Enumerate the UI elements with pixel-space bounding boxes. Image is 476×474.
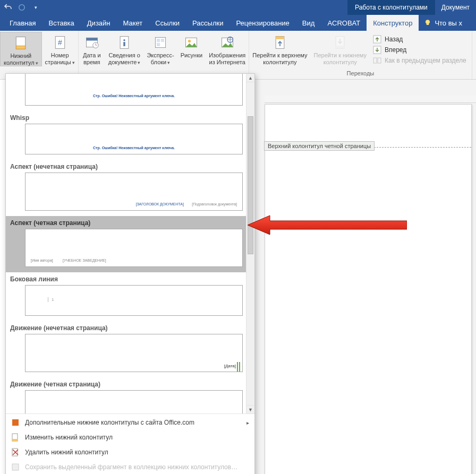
gallery-item[interactable]: Whisp Стр. Ошибка! Неизвестный аргумент … bbox=[6, 111, 254, 160]
quick-parts-icon bbox=[152, 34, 169, 51]
tab-review[interactable]: Рецензирование bbox=[230, 15, 295, 31]
online-pictures-button[interactable]: Изображения из Интернета bbox=[206, 32, 249, 65]
svg-rect-27 bbox=[12, 419, 19, 426]
picture-icon bbox=[183, 34, 200, 51]
edit-icon bbox=[11, 433, 20, 442]
svg-rect-10 bbox=[123, 42, 125, 46]
titlebar: ▾ Работа с колонтитулами Документ bbox=[0, 0, 476, 15]
gallery-edit-footer[interactable]: Изменить нижний колонтитул bbox=[6, 430, 254, 445]
goto-footer-button: Перейти к нижнему колонтитулу bbox=[311, 32, 370, 65]
contextual-tab-header: Работа с колонтитулами bbox=[347, 0, 435, 15]
gallery-item[interactable]: Движение (нечетная страница) [Дата] bbox=[6, 321, 254, 377]
scroll-down-icon[interactable]: ▼ bbox=[246, 405, 254, 413]
prev-icon bbox=[373, 35, 381, 44]
gallery-item-selected[interactable]: Аспект (четная страница) [Имя автора] [У… bbox=[6, 216, 254, 272]
quick-access-toolbar: ▾ bbox=[0, 3, 40, 12]
calendar-icon bbox=[83, 34, 100, 51]
tab-design[interactable]: Дизайн bbox=[81, 15, 117, 31]
svg-point-0 bbox=[19, 5, 25, 11]
ribbon: Нижний колонтитул # Номер страницы Дата … bbox=[0, 31, 476, 80]
online-picture-icon bbox=[219, 34, 236, 51]
gallery-scroll-area: Стр. Ошибка! Неизвестный аргумент ключа.… bbox=[6, 74, 254, 413]
save-icon bbox=[11, 463, 20, 471]
tab-references[interactable]: Ссылки bbox=[149, 15, 186, 31]
svg-rect-12 bbox=[157, 39, 160, 42]
gallery-item[interactable]: Боковая линия 1 bbox=[6, 272, 254, 321]
group-label-transitions: Переходы bbox=[347, 69, 375, 78]
scroll-up-icon[interactable]: ▲ bbox=[246, 74, 254, 82]
gallery-item[interactable]: Аспект (нечетная страница) [ЗАГОЛОВОК ДО… bbox=[6, 160, 254, 216]
nav-next-button[interactable]: Вперед bbox=[373, 46, 466, 54]
gallery-item-title: Whisp bbox=[6, 111, 254, 124]
goto-header-button[interactable]: Перейти к верхнему колонтитулу bbox=[249, 32, 310, 65]
gallery-item-title: Боковая линия bbox=[6, 272, 254, 285]
svg-rect-26 bbox=[378, 58, 381, 63]
tab-insert[interactable]: Вставка bbox=[42, 15, 80, 31]
hash-icon: # bbox=[52, 34, 69, 51]
gallery-save-selection: Сохранить выделенный фрагмент в коллекци… bbox=[6, 460, 254, 474]
gallery-item-title: Движение (четная страница) bbox=[6, 377, 254, 390]
pictures-button[interactable]: Рисунки bbox=[177, 32, 206, 59]
tell-me-text: Что вы х bbox=[435, 19, 462, 27]
link-icon bbox=[373, 56, 381, 65]
nav-links: Назад Вперед Как в предыдущем разделе bbox=[370, 32, 472, 65]
page-number-button[interactable]: # Номер страницы bbox=[42, 32, 78, 65]
nav-link-previous-button: Как в предыдущем разделе bbox=[373, 56, 466, 65]
document-title: Документ bbox=[435, 0, 476, 15]
svg-rect-25 bbox=[373, 58, 377, 63]
gallery-item-title: Аспект (четная страница) bbox=[6, 216, 254, 229]
gallery-item[interactable]: Стр. Ошибка! Неизвестный аргумент ключа. bbox=[6, 74, 254, 111]
svg-rect-2 bbox=[16, 46, 26, 49]
svg-rect-31 bbox=[12, 464, 19, 470]
header-tag: Верхний колонтитул четной страницы bbox=[264, 141, 375, 151]
gallery-item-title: Движение (нечетная страница) bbox=[6, 321, 254, 334]
undo-icon[interactable] bbox=[3, 3, 13, 12]
nav-prev-button[interactable]: Назад bbox=[373, 35, 466, 44]
document-area: Верхний колонтитул четной страницы bbox=[255, 80, 476, 474]
svg-rect-14 bbox=[157, 43, 160, 46]
doc-info-icon bbox=[116, 34, 133, 51]
gallery-scrollbar[interactable]: ▲ ▼ bbox=[246, 74, 254, 413]
tab-home[interactable]: Главная bbox=[3, 15, 42, 31]
remove-icon bbox=[11, 448, 20, 456]
goto-footer-icon bbox=[332, 34, 348, 51]
gallery-footer: Дополнительные нижние колонтитулы с сайт… bbox=[6, 413, 254, 474]
footer-gallery-dropdown: Стр. Ошибка! Неизвестный аргумент ключа.… bbox=[5, 73, 255, 474]
svg-rect-13 bbox=[161, 39, 164, 42]
doc-info-button[interactable]: Сведения о документе bbox=[105, 32, 144, 65]
tab-view[interactable]: Вид bbox=[296, 15, 321, 31]
tell-me[interactable]: Что вы х bbox=[419, 15, 468, 31]
svg-point-9 bbox=[123, 39, 125, 41]
tab-layout[interactable]: Макет bbox=[117, 15, 149, 31]
date-time-button[interactable]: Дата и время bbox=[79, 32, 105, 65]
svg-text:#: # bbox=[58, 38, 62, 47]
horizontal-ruler[interactable] bbox=[265, 96, 476, 103]
page[interactable]: Верхний колонтитул четной страницы bbox=[265, 104, 472, 474]
svg-rect-6 bbox=[86, 38, 97, 40]
redo-icon[interactable] bbox=[17, 3, 27, 12]
gallery-item[interactable]: Движение (четная страница) [Дата] bbox=[6, 377, 254, 413]
footer-button[interactable]: Нижний колонтитул bbox=[0, 32, 42, 66]
office-icon bbox=[11, 418, 20, 427]
svg-point-16 bbox=[188, 40, 191, 42]
qat-dropdown-icon[interactable]: ▾ bbox=[31, 3, 40, 12]
scroll-thumb[interactable] bbox=[248, 116, 253, 254]
goto-header-icon bbox=[271, 34, 288, 51]
chevron-right-icon: ▸ bbox=[246, 420, 249, 426]
gallery-more-office[interactable]: Дополнительные нижние колонтитулы с сайт… bbox=[6, 415, 254, 430]
quick-parts-button[interactable]: Экспресс- блоки bbox=[143, 32, 177, 65]
tab-mailings[interactable]: Рассылки bbox=[186, 15, 230, 31]
tab-acrobat[interactable]: ACROBAT bbox=[321, 15, 367, 31]
svg-rect-22 bbox=[336, 46, 344, 48]
tab-designer[interactable]: Конструктор bbox=[367, 15, 419, 31]
footer-icon bbox=[12, 35, 29, 51]
svg-rect-29 bbox=[12, 439, 18, 441]
gallery-remove-footer[interactable]: Удалить нижний колонтитул bbox=[6, 445, 254, 460]
svg-rect-20 bbox=[276, 37, 284, 39]
ribbon-tabs: Главная Вставка Дизайн Макет Ссылки Расс… bbox=[0, 15, 476, 31]
gallery-item-title: Аспект (нечетная страница) bbox=[6, 160, 254, 173]
next-icon bbox=[373, 46, 381, 54]
